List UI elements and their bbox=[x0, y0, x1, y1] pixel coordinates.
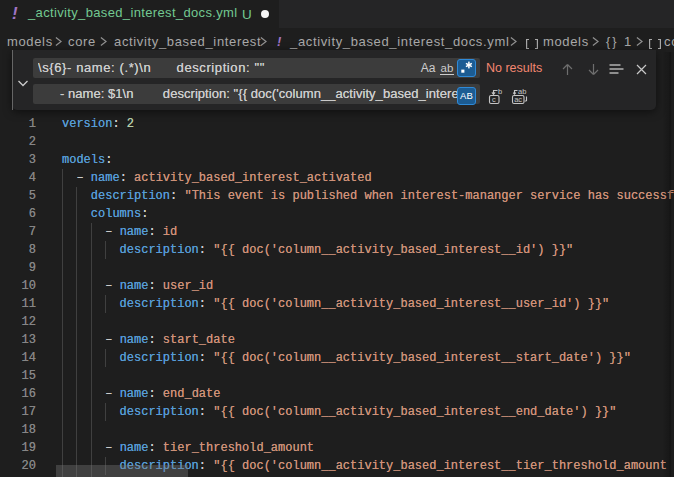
svg-text:ac: ac bbox=[514, 95, 522, 104]
svg-text:b: b bbox=[498, 88, 502, 96]
svg-text:c: c bbox=[492, 95, 496, 104]
